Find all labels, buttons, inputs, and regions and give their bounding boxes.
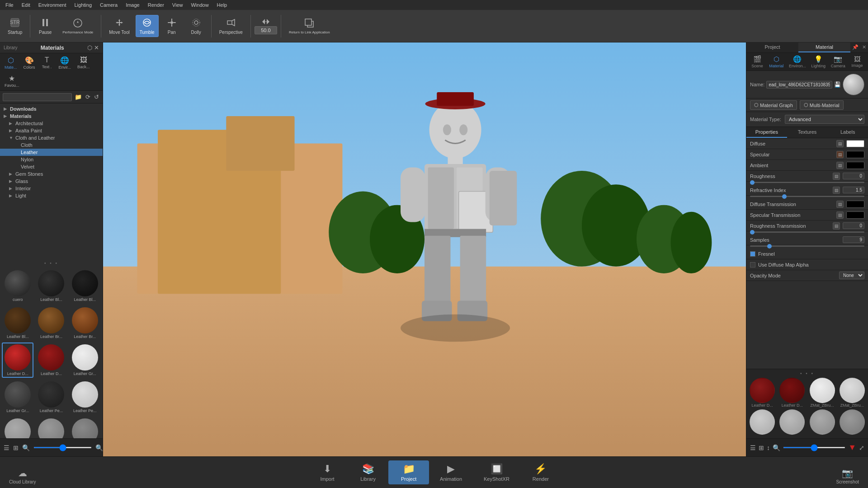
right-panel-close-icon[interactable]: ✕ bbox=[860, 42, 868, 52]
zoom-slider[interactable] bbox=[33, 447, 92, 448]
search-reload-button[interactable]: ↺ bbox=[93, 93, 100, 101]
refractive-slider[interactable] bbox=[750, 196, 864, 197]
prop-spec-trans-map-button[interactable]: ▤ bbox=[836, 211, 844, 219]
rp-list-icon[interactable]: ☰ bbox=[750, 444, 756, 451]
tab-text[interactable]: T Text . bbox=[39, 54, 55, 71]
menu-file[interactable]: File bbox=[2, 1, 17, 9]
scene-tab-lighting[interactable]: 💡 Lighting bbox=[809, 54, 828, 70]
tree-light[interactable]: ▶ Light bbox=[0, 192, 103, 199]
scene-tab-camera[interactable]: 📷 Camera bbox=[828, 54, 848, 70]
tab-colors[interactable]: 🎨 Colors bbox=[21, 54, 38, 71]
prop-roughness-input[interactable] bbox=[843, 173, 864, 179]
roughness-slider-thumb[interactable] bbox=[750, 180, 755, 185]
prop-refr-map-button[interactable]: ▤ bbox=[833, 187, 840, 194]
tree-interior[interactable]: ▶ Interior bbox=[0, 185, 103, 192]
tree-cloth-leather[interactable]: ▼ Cloth and Leather bbox=[0, 134, 103, 141]
prop-roughness-map-button[interactable]: ▤ bbox=[833, 173, 840, 180]
samples-slider[interactable] bbox=[750, 245, 864, 247]
return-to-link-button[interactable]: Return to Link Application bbox=[285, 15, 334, 37]
menu-camera[interactable]: Camera bbox=[96, 1, 121, 9]
tab-envir[interactable]: 🌐 Envir... bbox=[56, 54, 74, 71]
right-thumb-3[interactable] bbox=[810, 378, 835, 403]
tree-gem-stones[interactable]: ▶ Gem Stones bbox=[0, 170, 103, 178]
search-input[interactable] bbox=[3, 93, 72, 101]
grid-view-button[interactable]: ⊞ bbox=[13, 444, 19, 451]
tree-downloads[interactable]: ▶ Downloads bbox=[0, 105, 103, 113]
menu-render[interactable]: Render bbox=[144, 1, 168, 9]
rough-trans-slider[interactable] bbox=[750, 231, 864, 233]
tab-back[interactable]: 🖼 Back... bbox=[75, 54, 93, 71]
refractive-slider-thumb[interactable] bbox=[782, 194, 787, 199]
material-name-save-icon[interactable]: 💾 bbox=[834, 81, 841, 88]
right-panel-pin-icon[interactable]: 📌 bbox=[850, 42, 860, 52]
nav-import[interactable]: ⬇ Import bbox=[307, 460, 348, 484]
multi-material-button[interactable]: ⬡ Multi-Material bbox=[800, 100, 844, 110]
tumble-button[interactable]: Tumble bbox=[136, 15, 159, 37]
search-bottom-button[interactable]: 🔍 bbox=[22, 444, 30, 451]
menu-edit[interactable]: Edit bbox=[18, 1, 34, 9]
prop-rough-trans-map-button[interactable]: ▤ bbox=[833, 222, 840, 230]
scene-tab-environ[interactable]: 🌐 Environ... bbox=[787, 54, 808, 70]
prop-spec-trans-color[interactable] bbox=[846, 211, 864, 219]
thumb-leather-gr-2[interactable]: Leather Gr... bbox=[2, 380, 33, 415]
material-graph-button[interactable]: ⬡ Material Graph bbox=[750, 100, 797, 110]
right-thumb-4[interactable] bbox=[840, 378, 865, 403]
prop-ambient-map-button[interactable]: ▤ bbox=[836, 162, 844, 169]
prop-specular-map-button[interactable]: ▤ bbox=[836, 151, 844, 158]
pan-button[interactable]: Pan bbox=[160, 15, 183, 37]
search-folder-button[interactable]: 📁 bbox=[74, 93, 83, 101]
search-refresh-button[interactable]: ⟳ bbox=[85, 93, 91, 101]
thumb-leather-gr-1[interactable]: Leather Gr... bbox=[69, 343, 101, 378]
nav-render[interactable]: ⚡ Render bbox=[520, 460, 561, 484]
rp-zoom-slider[interactable] bbox=[783, 447, 845, 448]
performance-mode-button[interactable]: Performance Mode bbox=[58, 15, 97, 37]
thumb-leather-pe-1[interactable]: Leather Pe... bbox=[35, 380, 67, 415]
zoom-out-button[interactable]: 🔍 bbox=[95, 444, 103, 451]
material-name-input[interactable] bbox=[766, 81, 832, 89]
screenshot-button[interactable]: 📷 Screenshot bbox=[836, 468, 859, 484]
tree-leather[interactable]: Leather bbox=[0, 149, 103, 156]
tree-nylon[interactable]: Nylon bbox=[0, 156, 103, 163]
right-thumb-5[interactable] bbox=[750, 409, 775, 435]
move-tool-button[interactable]: Move Tool bbox=[105, 15, 133, 37]
prop-rough-trans-input[interactable] bbox=[843, 222, 864, 229]
samples-slider-thumb[interactable] bbox=[767, 244, 772, 249]
tree-axalta[interactable]: ▶ Axalta Paint bbox=[0, 127, 103, 134]
thumb-leather-d-2[interactable]: Leather D... bbox=[35, 343, 67, 378]
tab-project[interactable]: Project bbox=[746, 42, 798, 52]
prop-ambient-color[interactable] bbox=[846, 162, 864, 169]
prop-refractive-input[interactable] bbox=[843, 187, 864, 193]
material-type-select[interactable]: Advanced Diffuse Metal Glass Plastic bbox=[785, 115, 864, 124]
prop-tab-textures[interactable]: Textures bbox=[787, 127, 828, 138]
panel-close-icon[interactable]: ✕ bbox=[94, 44, 99, 51]
tab-material[interactable]: Material bbox=[798, 42, 850, 52]
perspective-button[interactable]: Perspective bbox=[215, 15, 247, 37]
right-thumb-1[interactable] bbox=[750, 378, 775, 403]
right-thumb-7[interactable] bbox=[810, 409, 835, 435]
menu-window[interactable]: Window bbox=[187, 1, 212, 9]
startup-button[interactable]: STR Startup bbox=[4, 15, 26, 37]
menu-lighting[interactable]: Lighting bbox=[71, 1, 95, 9]
thumb-leather-bl-2[interactable]: Leather Bl... bbox=[69, 268, 101, 304]
prop-diff-trans-map-button[interactable]: ▤ bbox=[836, 201, 844, 208]
menu-view[interactable]: View bbox=[169, 1, 187, 9]
menu-environment[interactable]: Environment bbox=[35, 1, 70, 9]
fov-input[interactable]: 50.0 bbox=[255, 26, 277, 34]
rp-search-icon[interactable]: 🔍 bbox=[773, 444, 780, 451]
nav-library[interactable]: 📚 Library bbox=[348, 460, 388, 484]
prop-tab-properties[interactable]: Properties bbox=[746, 127, 787, 138]
prop-tab-labels[interactable]: Labels bbox=[827, 127, 868, 138]
nav-animation[interactable]: ▶ Animation bbox=[429, 460, 473, 484]
scene-tab-material[interactable]: ⬡ Material bbox=[767, 54, 786, 70]
nav-project[interactable]: 📁 Project bbox=[388, 460, 429, 484]
thumb-leather-w-3[interactable]: Leather W... bbox=[69, 417, 101, 438]
prop-specular-color[interactable] bbox=[846, 151, 864, 158]
nav-keyshot[interactable]: 🔲 KeyShotXR bbox=[473, 460, 520, 484]
thumb-leather-br-2[interactable]: Leather Br... bbox=[69, 305, 101, 341]
rp-expand-icon[interactable]: ⤢ bbox=[859, 444, 864, 451]
rp-red-arrow-icon[interactable]: ▼ bbox=[848, 443, 856, 452]
list-view-button[interactable]: ☰ bbox=[4, 444, 9, 451]
thumb-leather-w-1[interactable]: Leather W... bbox=[2, 417, 33, 438]
rp-grid-icon[interactable]: ⊞ bbox=[759, 444, 764, 451]
menu-image[interactable]: Image bbox=[122, 1, 143, 9]
